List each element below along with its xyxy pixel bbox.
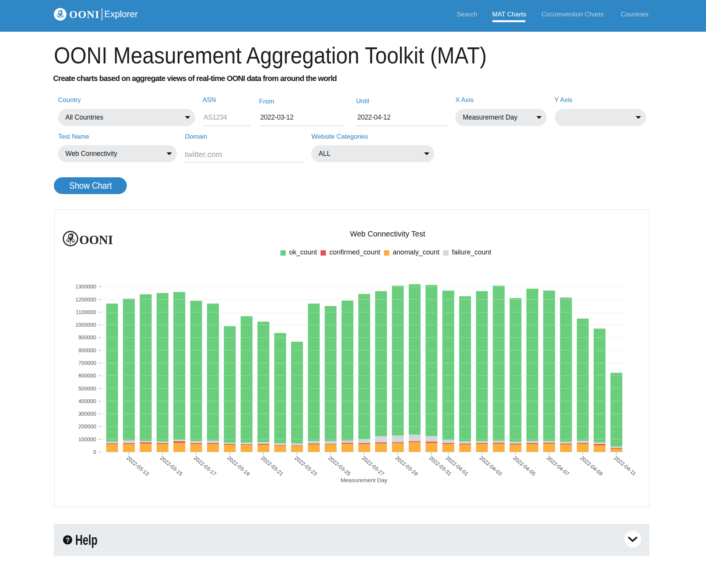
svg-text:2022-03-25: 2022-03-25 (327, 455, 351, 477)
svg-text:300000: 300000 (78, 411, 96, 417)
svg-text:100000: 100000 (78, 436, 96, 442)
svg-text:2022-03-17: 2022-03-17 (192, 455, 217, 477)
svg-text:1000000: 1000000 (75, 322, 96, 328)
svg-text:400000: 400000 (78, 398, 96, 404)
svg-text:2022-04-05: 2022-04-05 (512, 455, 536, 477)
svg-text:2022-03-13: 2022-03-13 (125, 455, 150, 477)
svg-text:2022-03-19: 2022-03-19 (226, 455, 251, 477)
svg-text:200000: 200000 (78, 423, 96, 429)
svg-text:800000: 800000 (78, 347, 96, 353)
svg-text:2022-03-29: 2022-03-29 (394, 455, 419, 477)
svg-text:1200000: 1200000 (75, 296, 96, 303)
svg-text:2022-03-21: 2022-03-21 (259, 455, 284, 477)
svg-text:1300000: 1300000 (75, 283, 96, 290)
svg-text:2022-04-09: 2022-04-09 (579, 455, 604, 477)
svg-text:2022-04-11: 2022-04-11 (612, 455, 637, 477)
svg-text:2022-03-27: 2022-03-27 (360, 455, 385, 477)
svg-text:2022-03-15: 2022-03-15 (159, 455, 183, 477)
svg-text:2022-04-03: 2022-04-03 (478, 455, 503, 477)
svg-text:600000: 600000 (78, 373, 96, 379)
svg-text:0: 0 (93, 449, 96, 455)
svg-text:1100000: 1100000 (76, 309, 96, 315)
svg-text:500000: 500000 (78, 386, 96, 392)
svg-text:2022-04-07: 2022-04-07 (545, 455, 570, 477)
svg-text:700000: 700000 (78, 360, 96, 366)
svg-text:2022-03-23: 2022-03-23 (293, 455, 318, 477)
svg-text:Measurement Day: Measurement Day (340, 477, 387, 483)
svg-text:900000: 900000 (78, 334, 96, 340)
